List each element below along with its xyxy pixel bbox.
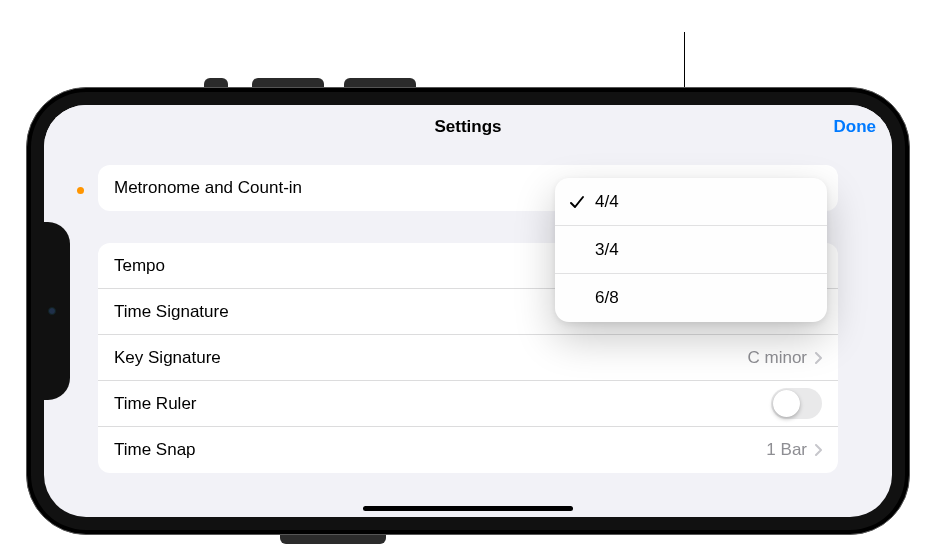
time-ruler-toggle[interactable] [771,388,822,419]
home-indicator[interactable] [363,506,573,511]
key-signature-row[interactable]: Key Signature C minor [98,335,838,381]
metronome-label: Metronome and Count-in [114,178,302,198]
time-ruler-label: Time Ruler [114,394,197,414]
notch [44,222,70,400]
popover-option-label: 4/4 [595,192,619,212]
time-snap-row[interactable]: Time Snap 1 Bar [98,427,838,473]
popover-option-label: 6/8 [595,288,619,308]
done-button[interactable]: Done [834,117,877,137]
key-signature-value-wrap: C minor [747,348,822,368]
popover-option-4-4[interactable]: 4/4 [555,178,827,226]
time-signature-label: Time Signature [114,302,229,322]
time-signature-popover: 4/4 3/4 6/8 [555,178,827,322]
key-signature-label: Key Signature [114,348,221,368]
tempo-label: Tempo [114,256,165,276]
time-snap-value-wrap: 1 Bar [766,440,822,460]
phone-hardware-side-button [280,534,386,544]
popover-option-label: 3/4 [595,240,619,260]
chevron-right-icon [815,352,822,364]
popover-option-3-4[interactable]: 3/4 [555,226,827,274]
popover-option-6-8[interactable]: 6/8 [555,274,827,322]
chevron-right-icon [815,444,822,456]
time-snap-value: 1 Bar [766,440,807,460]
key-signature-value: C minor [747,348,807,368]
time-ruler-row: Time Ruler [98,381,838,427]
camera-sensor [48,307,56,315]
checkmark-icon [567,195,587,209]
recording-indicator-dot [77,187,84,194]
navbar: Settings Done [44,105,892,149]
navbar-title: Settings [434,117,501,137]
time-snap-label: Time Snap [114,440,196,460]
toggle-knob [773,390,800,417]
